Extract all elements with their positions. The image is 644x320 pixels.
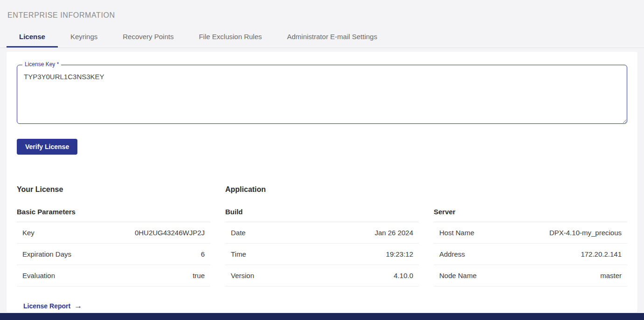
row-value: DPX-4.10-my_precious	[549, 229, 627, 237]
license-report-link[interactable]: License Report →	[23, 301, 82, 311]
build-title: Build	[225, 208, 419, 222]
row-label: Version	[225, 272, 254, 279]
row-label: Expiration Days	[17, 250, 71, 258]
verify-license-button[interactable]: Verify License	[17, 139, 77, 155]
row-label: Evaluation	[17, 272, 55, 279]
table-row: Key 0HU2UG43246WJP2J	[17, 222, 210, 244]
license-card: License Key * TYP3Y0URL1C3NS3KEY Verify …	[7, 52, 637, 313]
row-label: Date	[225, 229, 246, 237]
row-value: 4.10.0	[394, 272, 419, 279]
row-label: Node Name	[434, 272, 477, 279]
license-key-label: License Key *	[22, 61, 61, 68]
application-heading: Application	[225, 185, 419, 194]
tab-license[interactable]: License	[7, 27, 58, 48]
tab-administrator-email-settings[interactable]: Administrator E-mail Settings	[275, 27, 390, 48]
enterprise-information-page: ENTERPRISE INFORMATION License Keyrings …	[0, 0, 644, 313]
arrow-right-icon: →	[74, 301, 82, 311]
table-row: Host Name DPX-4.10-my_precious	[434, 222, 627, 244]
table-row: Expiration Days 6	[17, 244, 210, 265]
your-license-heading: Your License	[17, 185, 210, 194]
row-label: Key	[17, 229, 35, 237]
heading-spacer	[434, 185, 627, 208]
table-row: Address 172.20.2.141	[434, 244, 627, 265]
tab-keyrings[interactable]: Keyrings	[58, 27, 110, 48]
row-value: 172.20.2.141	[581, 250, 627, 258]
tab-license-label: License	[19, 33, 45, 41]
row-label: Time	[225, 250, 246, 258]
license-info-grid: Your License Application Basic Parameter…	[17, 185, 627, 311]
row-value: master	[600, 272, 627, 279]
basic-parameters-panel: Basic Parameters Key 0HU2UG43246WJP2J Ex…	[17, 208, 210, 311]
row-value: 0HU2UG43246WJP2J	[135, 229, 210, 237]
table-row: Evaluation true	[17, 265, 210, 286]
license-report-label: License Report	[23, 302, 70, 310]
row-label: Host Name	[434, 229, 474, 237]
server-panel: Server Host Name DPX-4.10-my_precious Ad…	[434, 208, 627, 311]
row-label: Address	[434, 250, 465, 258]
table-row: Node Name master	[434, 265, 627, 286]
build-panel: Build Date Jan 26 2024 Time 19:23:12 Ver…	[225, 208, 419, 311]
footer-bar	[0, 313, 644, 320]
tab-keyrings-label: Keyrings	[70, 33, 97, 41]
tab-administrator-email-settings-label: Administrator E-mail Settings	[287, 33, 377, 41]
row-value: 6	[201, 250, 210, 258]
tab-bar: License Keyrings Recovery Points File Ex…	[0, 27, 644, 48]
tab-recovery-points[interactable]: Recovery Points	[110, 27, 186, 48]
basic-parameters-title: Basic Parameters	[17, 208, 210, 222]
server-title: Server	[434, 208, 627, 222]
license-key-input[interactable]: TYP3Y0URL1C3NS3KEY	[17, 65, 627, 124]
table-row: Time 19:23:12	[225, 244, 419, 265]
row-value: Jan 26 2024	[374, 229, 419, 237]
table-row: Date Jan 26 2024	[225, 222, 419, 244]
row-value: true	[193, 272, 210, 279]
license-key-field: License Key * TYP3Y0URL1C3NS3KEY	[17, 65, 627, 126]
row-value: 19:23:12	[386, 250, 419, 258]
table-row: Version 4.10.0	[225, 265, 419, 286]
tab-file-exclusion-rules[interactable]: File Exclusion Rules	[186, 27, 274, 48]
tab-file-exclusion-rules-label: File Exclusion Rules	[199, 33, 262, 41]
page-title: ENTERPRISE INFORMATION	[0, 0, 644, 27]
tab-recovery-points-label: Recovery Points	[123, 33, 173, 41]
